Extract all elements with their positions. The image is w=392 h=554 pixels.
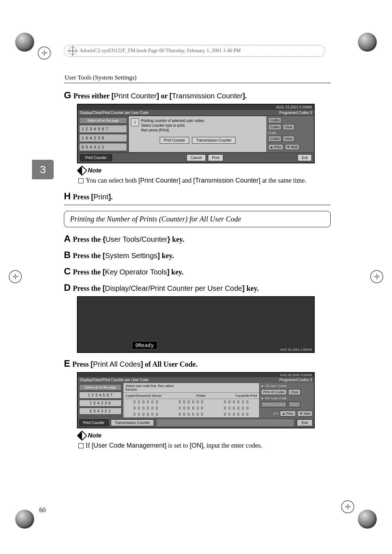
ss3-all-label: ► All User Codes — [261, 384, 313, 388]
shot1-code-3[interactable]: 6 5 4 3 2 1 — [79, 143, 127, 151]
ss3-left: Select all on the page 1 2 3 4 5 6 7 1 5… — [78, 383, 123, 418]
corner-ball-tl — [15, 33, 34, 52]
table-row: 0 0 0 0 0 00 0 0 0 0 00 0 0 0 0 0 — [123, 411, 259, 417]
shot1-code-2[interactable]: 1 5 4 2 3 6 — [79, 134, 127, 142]
shot1-clear-btn-2[interactable]: Clear — [283, 136, 294, 142]
step-g: G Press either [Print Counter] or [Trans… — [64, 90, 331, 101]
page-number: 60 — [39, 506, 46, 514]
shot1-exit-btn[interactable]: Exit — [298, 154, 312, 161]
shot1-select-all-tab[interactable]: Select all on the page — [79, 117, 127, 124]
corner-ball-br — [358, 510, 377, 529]
shot1-prev-btn[interactable]: ▲ Prev. — [268, 144, 283, 150]
ss3-exit[interactable]: Exit — [297, 419, 313, 426]
exclaim-icon: ! — [131, 118, 139, 126]
shot1-foot-print-counter[interactable]: Print Counter — [80, 154, 112, 161]
shot1-print-btn[interactable]: Print — [208, 154, 224, 161]
book-header-text: AdonisC2-sysEN122F_FM.book Page 60 Thurs… — [79, 48, 241, 54]
table-row: 0 0 0 0 0 00 0 0 0 0 00 0 0 0 0 0 — [123, 405, 259, 411]
step-c: C Press the [Key Operator Tools] key. — [64, 266, 331, 277]
book-header: AdonisC2-sysEN122F_FM.book Page 60 Thurs… — [64, 45, 325, 57]
shot1-codes-btn-1[interactable]: Codes — [268, 117, 281, 123]
shot1-msg1: Printing counter of selected user codes. — [141, 118, 205, 123]
shot1-codes-btn-2[interactable]: Codes — [268, 124, 281, 130]
ss3-print-all-codes-2[interactable]: Print All Codes — [261, 402, 287, 407]
target-right — [370, 270, 383, 283]
step-b: B Press the [System Settings] key. — [64, 249, 331, 261]
bullet-icon — [78, 443, 83, 448]
step-e: E Press [Print All Codes] of All User Co… — [64, 358, 331, 369]
ss3-hint: Select user code first, then select func… — [123, 383, 181, 392]
ss3-foot-print-counter[interactable]: Print Counter — [79, 419, 109, 426]
step-g-pre: Press either — [73, 92, 111, 100]
step-a: A Press the {User Tools/Counter} key. — [64, 233, 331, 244]
step-g-btn2: Transmission Counter — [172, 92, 242, 100]
ss3-per-label: ► Per User Code — [261, 396, 313, 400]
step-g-letter: G — [64, 90, 71, 101]
ss3-date: AUG 23,2001 0:24AM — [280, 373, 312, 377]
ready-indicator: OReady — [132, 341, 157, 349]
step-g-btn1: Print Counter — [114, 92, 157, 100]
ss3-col2: Printer — [181, 393, 220, 399]
ss3-next[interactable]: ▼ Next — [297, 411, 313, 416]
ss3-table: Select user code first, then select func… — [123, 383, 260, 418]
bullet-icon — [78, 178, 83, 183]
shot1-center: ! Printing counter of selected user code… — [128, 116, 267, 152]
step-h: H Press [Print]. — [64, 191, 331, 202]
shot1-code-1[interactable]: 1 2 3 4 5 6 7 — [79, 125, 127, 133]
shot1-msg2: Select counter type to print, — [141, 123, 205, 128]
ss3-foot-trans-counter[interactable]: Transmission Counter — [111, 419, 154, 426]
shot1-right-panel: Codes CodesClear Code CodesClear ▲ Prev.… — [267, 116, 314, 152]
shot1-transmission-counter-btn[interactable]: Transmission Counter — [192, 137, 235, 144]
divider — [64, 205, 331, 205]
oplus-icon — [69, 47, 77, 55]
ss3-col1: Copier/Document Server — [123, 393, 181, 399]
note-1-label: Note — [78, 167, 331, 174]
ss3-clear-2[interactable]: Clear — [288, 402, 301, 407]
screenshot-control-panel: OReady AUG 31,2001 1:55AM — [77, 296, 315, 353]
target-left — [9, 270, 22, 283]
note-2-label: Note — [78, 432, 331, 439]
shot1-title: Display/Clear/Print Counter per User Cod… — [80, 111, 148, 115]
ss3-prev[interactable]: ▲ Prev. — [280, 411, 296, 416]
ss3-code-1[interactable]: 1 2 3 4 5 6 7 — [79, 392, 122, 399]
ss2-date: AUG 31,2001 1:55AM — [280, 348, 312, 351]
target-bottom — [341, 500, 354, 513]
ss3-code-2[interactable]: 1 5 4 2 3 6 — [79, 400, 122, 407]
ss3-print-all-codes-1[interactable]: Print All Codes — [261, 389, 287, 395]
shot1-cancel-btn[interactable]: Cancel — [187, 154, 206, 161]
shot1-msg3: then press [Print]. — [141, 128, 205, 133]
corner-ball-bl — [15, 510, 34, 529]
ss3-programed: Programed Codes 3 — [279, 378, 312, 382]
screenshot-print-counter-dialog: AUG 23,2001 0:28AM Display/Clear/Print C… — [77, 104, 315, 163]
ss3-clear-1[interactable]: Clear — [288, 389, 301, 395]
shot1-date: AUG 23,2001 0:28AM — [276, 105, 312, 109]
note-1-body: You can select both [Print Counter] and … — [78, 176, 331, 186]
screenshot-counter-table: AUG 23,2001 0:24AM Display/Clear/Print C… — [77, 372, 315, 428]
ss3-select-all-tab[interactable]: Select all on the page — [79, 384, 122, 391]
section-title: Printing the Number of Prints (Counter) … — [64, 211, 331, 227]
shot1-programed: Programed Codes 3 — [279, 111, 312, 115]
ss3-right: ► All User Codes Print All CodesClear ► … — [260, 383, 314, 418]
shot1-code-label: Code — [268, 131, 313, 135]
shot1-codes-btn-3[interactable]: Codes — [268, 136, 281, 142]
chapter-tab: 3 — [32, 160, 54, 179]
running-head: User Tools (System Settings) — [64, 73, 331, 83]
table-row: 0 0 0 0 0 00 0 0 0 0 00 0 0 0 0 0 — [123, 399, 259, 405]
corner-ball-tr — [358, 33, 377, 52]
shot1-clear-btn-1[interactable]: Clear — [283, 124, 294, 130]
step-d: D Press the [Display/Clear/Print Counter… — [64, 282, 331, 293]
shot1-print-counter-btn[interactable]: Print Counter — [160, 137, 189, 144]
note-2-body: If [User Code Management] is set to [ON]… — [78, 441, 331, 451]
ss3-pager: 1/ 1 — [273, 412, 278, 415]
ss3-code-3[interactable]: 6 5 4 3 2 1 — [79, 408, 122, 415]
ss3-title: Display/Clear/Print Counter per User Cod… — [80, 378, 148, 382]
shot1-left-panel: Select all on the page 1 2 3 4 5 6 7 1 5… — [78, 116, 128, 152]
shot1-next-btn[interactable]: ▼ Next — [285, 144, 299, 150]
ss3-foot-spacer — [157, 419, 294, 426]
target-top — [38, 46, 51, 60]
ss3-col3: Facsimile Print — [220, 393, 259, 399]
